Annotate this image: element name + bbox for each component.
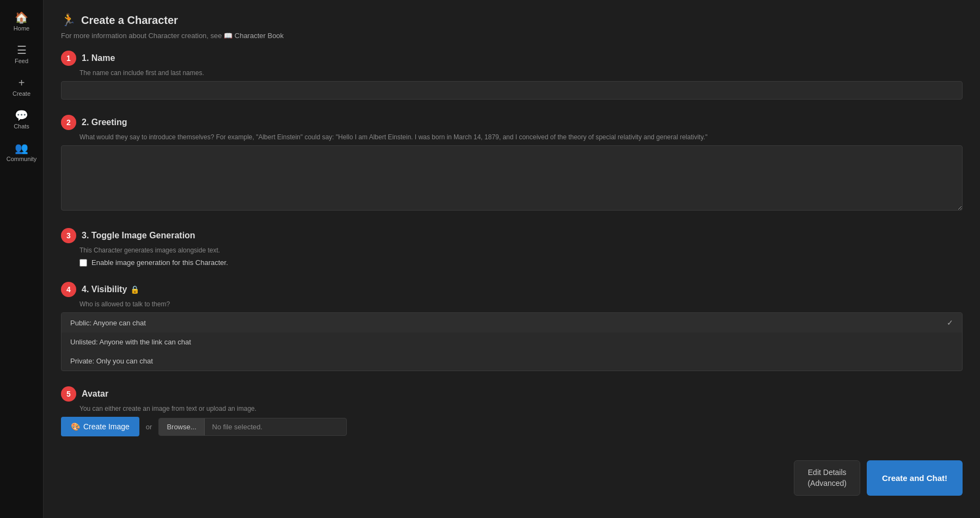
section-name-description: The name can include first and last name… (79, 69, 963, 77)
sidebar-label-community: Community (7, 156, 37, 162)
visibility-option-unlisted[interactable]: Unlisted: Anyone with the link can chat (62, 332, 962, 351)
section-visibility-title: 4. Visibility (82, 285, 127, 294)
avatar-row: 🎨 Create Image or Browse... No file sele… (61, 417, 963, 436)
visibility-dropdown: Public: Anyone can chat ✓ Unlisted: Anyo… (61, 312, 963, 371)
sidebar-item-home[interactable]: 🏠 Home (0, 5, 43, 38)
visibility-option-public-label: Public: Anyone can chat (70, 319, 146, 327)
edit-details-line1: Edit Details (808, 468, 847, 477)
community-icon: 👥 (15, 143, 28, 153)
section-image-gen-description: This Character generates images alongsid… (79, 246, 963, 254)
browse-button[interactable]: Browse... (159, 418, 204, 435)
lock-icon: 🔒 (130, 285, 139, 294)
create-chat-button[interactable]: Create and Chat! (867, 460, 963, 496)
section-visibility: 4 4. Visibility 🔒 Who is allowed to talk… (61, 282, 963, 371)
page-header: 🏃 Create a Character (61, 13, 963, 27)
chats-icon: 💬 (15, 110, 28, 121)
step-badge-2: 2 (61, 115, 76, 130)
section-greeting: 2 2. Greeting What would they say to int… (61, 115, 963, 213)
sidebar-item-chats[interactable]: 💬 Chats (0, 103, 43, 136)
character-book-link[interactable]: 📖 Character Book (224, 32, 284, 40)
section-image-gen: 3 3. Toggle Image Generation This Charac… (61, 228, 963, 267)
edit-details-line2: (Advanced) (807, 479, 847, 488)
section-name-header: 1 1. Name (61, 51, 963, 66)
greeting-input[interactable] (61, 145, 963, 211)
sidebar-label-home: Home (14, 25, 29, 32)
feed-icon: ☰ (17, 45, 27, 55)
bottom-bar: Edit Details (Advanced) Create and Chat! (61, 452, 963, 496)
info-text: For more information about Character cre… (61, 32, 963, 40)
file-input-wrapper: Browse... No file selected. (158, 418, 346, 436)
section-name-title: 1. Name (82, 53, 115, 63)
sidebar-item-create[interactable]: + Create (0, 71, 43, 103)
page-header-icon: 🏃 (61, 13, 76, 27)
or-text: or (146, 423, 152, 431)
visibility-check-public: ✓ (947, 318, 953, 327)
avatar-header: 5 Avatar (61, 386, 963, 402)
sidebar-item-feed[interactable]: ☰ Feed (0, 38, 43, 71)
file-name: No file selected. (205, 418, 346, 435)
visibility-option-public[interactable]: Public: Anyone can chat ✓ (62, 313, 962, 332)
step-badge-3: 3 (61, 228, 76, 243)
home-icon: 🏠 (15, 12, 28, 23)
avatar-section: 5 Avatar You can either create an image … (61, 386, 963, 436)
sidebar-item-community[interactable]: 👥 Community (0, 136, 43, 169)
section-image-gen-header: 3 3. Toggle Image Generation (61, 228, 963, 243)
name-input[interactable] (61, 81, 963, 100)
image-gen-checkbox-row[interactable]: Enable image generation for this Charact… (79, 258, 963, 267)
visibility-option-private[interactable]: Private: Only you can chat (62, 351, 962, 371)
section-greeting-title: 2. Greeting (82, 118, 127, 127)
sidebar: 🏠 Home ☰ Feed + Create 💬 Chats 👥 Communi… (0, 0, 44, 518)
section-greeting-description: What would they say to introduce themsel… (79, 133, 963, 141)
image-gen-checkbox-label: Enable image generation for this Charact… (91, 258, 228, 267)
visibility-option-unlisted-label: Unlisted: Anyone with the link can chat (70, 338, 191, 346)
section-name: 1 1. Name The name can include first and… (61, 51, 963, 100)
avatar-description: You can either create an image from text… (79, 405, 963, 412)
step-badge-4: 4 (61, 282, 76, 297)
create-image-icon: 🎨 (71, 422, 80, 431)
visibility-option-private-label: Private: Only you can chat (70, 357, 153, 365)
section-image-gen-title: 3. Toggle Image Generation (82, 231, 195, 240)
section-visibility-description: Who is allowed to talk to them? (79, 300, 963, 308)
avatar-title: Avatar (82, 389, 108, 399)
create-image-button[interactable]: 🎨 Create Image (61, 417, 139, 436)
create-icon: + (19, 77, 25, 88)
main-content: 🏃 Create a Character For more informatio… (44, 0, 980, 518)
step-badge-5: 5 (61, 386, 76, 402)
page-title: Create a Character (81, 14, 178, 27)
section-greeting-header: 2 2. Greeting (61, 115, 963, 130)
edit-details-button[interactable]: Edit Details (Advanced) (794, 460, 860, 496)
section-visibility-header: 4 4. Visibility 🔒 (61, 282, 963, 297)
sidebar-label-feed: Feed (15, 58, 28, 64)
image-gen-checkbox[interactable] (79, 259, 87, 267)
create-image-label: Create Image (83, 422, 130, 431)
sidebar-label-create: Create (13, 90, 30, 97)
step-badge-1: 1 (61, 51, 76, 66)
sidebar-label-chats: Chats (14, 123, 29, 130)
